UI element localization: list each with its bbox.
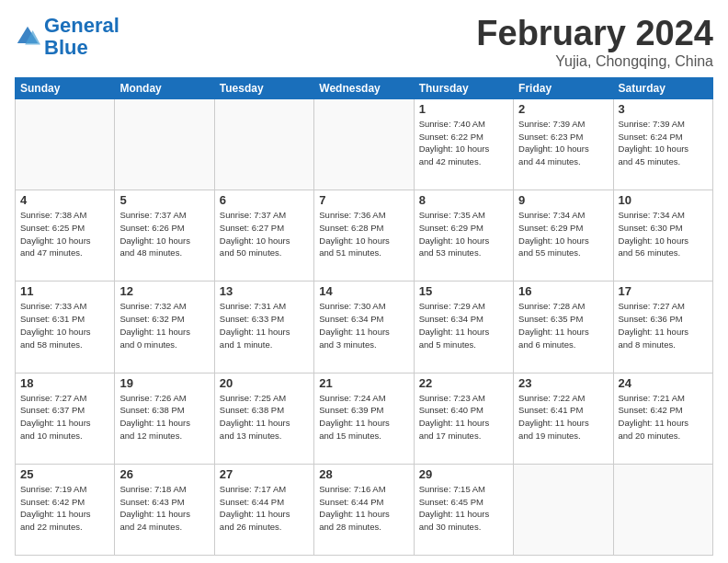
day-number: 10 [619, 193, 708, 207]
calendar-cell: 14Sunrise: 7:30 AM Sunset: 6:34 PM Dayli… [314, 282, 414, 373]
calendar-cell: 15Sunrise: 7:29 AM Sunset: 6:34 PM Dayli… [414, 282, 513, 373]
calendar-table: SundayMondayTuesdayWednesdayThursdayFrid… [15, 77, 713, 556]
day-number: 12 [119, 284, 209, 298]
day-number: 27 [220, 467, 309, 481]
day-number: 6 [220, 193, 309, 207]
calendar-cell: 2Sunrise: 7:39 AM Sunset: 6:23 PM Daylig… [514, 98, 613, 190]
weekday-header-tuesday: Tuesday [214, 77, 313, 98]
day-number: 23 [518, 376, 608, 390]
day-number: 28 [319, 467, 408, 481]
calendar-cell [314, 98, 414, 190]
calendar-cell: 1Sunrise: 7:40 AM Sunset: 6:22 PM Daylig… [414, 98, 513, 190]
day-number: 2 [518, 102, 608, 116]
calendar-week-2: 4Sunrise: 7:38 AM Sunset: 6:25 PM Daylig… [16, 190, 713, 282]
day-number: 11 [20, 284, 109, 298]
calendar-cell: 24Sunrise: 7:21 AM Sunset: 6:42 PM Dayli… [613, 373, 712, 464]
calendar-cell [613, 464, 712, 555]
weekday-header-friday: Friday [514, 77, 613, 98]
day-info: Sunrise: 7:21 AM Sunset: 6:42 PM Dayligh… [619, 392, 708, 442]
calendar-cell: 13Sunrise: 7:31 AM Sunset: 6:33 PM Dayli… [214, 282, 313, 373]
location-subtitle: Yujia, Chongqing, China [476, 53, 713, 70]
day-info: Sunrise: 7:29 AM Sunset: 6:34 PM Dayligh… [419, 300, 508, 350]
calendar-cell: 16Sunrise: 7:28 AM Sunset: 6:35 PM Dayli… [514, 282, 613, 373]
weekday-header-monday: Monday [115, 77, 214, 98]
day-info: Sunrise: 7:39 AM Sunset: 6:23 PM Dayligh… [518, 118, 608, 168]
calendar-cell [16, 98, 115, 190]
calendar-cell: 19Sunrise: 7:26 AM Sunset: 6:38 PM Dayli… [115, 373, 214, 464]
day-info: Sunrise: 7:22 AM Sunset: 6:41 PM Dayligh… [518, 392, 608, 442]
logo: General Blue [15, 15, 119, 59]
day-number: 5 [119, 193, 209, 207]
day-number: 8 [419, 193, 508, 207]
day-info: Sunrise: 7:23 AM Sunset: 6:40 PM Dayligh… [419, 392, 508, 442]
day-number: 3 [619, 102, 708, 116]
calendar-cell: 5Sunrise: 7:37 AM Sunset: 6:26 PM Daylig… [115, 190, 214, 282]
page: General Blue February 2024 Yujia, Chongq… [0, 0, 728, 563]
header: General Blue February 2024 Yujia, Chongq… [15, 15, 713, 70]
day-info: Sunrise: 7:18 AM Sunset: 6:43 PM Dayligh… [119, 483, 209, 534]
logo-blue: Blue [44, 36, 88, 59]
calendar-cell: 29Sunrise: 7:15 AM Sunset: 6:45 PM Dayli… [414, 464, 513, 555]
day-info: Sunrise: 7:19 AM Sunset: 6:42 PM Dayligh… [20, 483, 109, 534]
calendar-cell: 27Sunrise: 7:17 AM Sunset: 6:44 PM Dayli… [214, 464, 313, 555]
calendar-cell: 7Sunrise: 7:36 AM Sunset: 6:28 PM Daylig… [314, 190, 414, 282]
day-info: Sunrise: 7:33 AM Sunset: 6:31 PM Dayligh… [20, 300, 109, 350]
day-info: Sunrise: 7:39 AM Sunset: 6:24 PM Dayligh… [619, 118, 708, 168]
day-info: Sunrise: 7:37 AM Sunset: 6:27 PM Dayligh… [220, 209, 309, 259]
calendar-cell: 23Sunrise: 7:22 AM Sunset: 6:41 PM Dayli… [514, 373, 613, 464]
day-info: Sunrise: 7:15 AM Sunset: 6:45 PM Dayligh… [419, 483, 508, 534]
calendar-cell: 8Sunrise: 7:35 AM Sunset: 6:29 PM Daylig… [414, 190, 513, 282]
calendar-cell: 4Sunrise: 7:38 AM Sunset: 6:25 PM Daylig… [16, 190, 115, 282]
day-number: 21 [319, 376, 408, 390]
weekday-header-row: SundayMondayTuesdayWednesdayThursdayFrid… [16, 77, 713, 98]
calendar-cell: 22Sunrise: 7:23 AM Sunset: 6:40 PM Dayli… [414, 373, 513, 464]
day-info: Sunrise: 7:34 AM Sunset: 6:29 PM Dayligh… [518, 209, 608, 259]
day-info: Sunrise: 7:25 AM Sunset: 6:38 PM Dayligh… [220, 392, 309, 442]
calendar-cell: 17Sunrise: 7:27 AM Sunset: 6:36 PM Dayli… [613, 282, 712, 373]
day-number: 7 [319, 193, 408, 207]
day-info: Sunrise: 7:24 AM Sunset: 6:39 PM Dayligh… [319, 392, 408, 442]
day-number: 17 [619, 284, 708, 298]
weekday-header-thursday: Thursday [414, 77, 513, 98]
calendar-cell: 28Sunrise: 7:16 AM Sunset: 6:44 PM Dayli… [314, 464, 414, 555]
day-number: 29 [419, 467, 508, 481]
month-title: February 2024 [476, 15, 713, 53]
calendar-cell [514, 464, 613, 555]
day-info: Sunrise: 7:35 AM Sunset: 6:29 PM Dayligh… [419, 209, 508, 259]
calendar-week-1: 1Sunrise: 7:40 AM Sunset: 6:22 PM Daylig… [16, 98, 713, 190]
calendar-cell: 18Sunrise: 7:27 AM Sunset: 6:37 PM Dayli… [16, 373, 115, 464]
calendar-cell: 21Sunrise: 7:24 AM Sunset: 6:39 PM Dayli… [314, 373, 414, 464]
weekday-header-saturday: Saturday [613, 77, 712, 98]
calendar-week-5: 25Sunrise: 7:19 AM Sunset: 6:42 PM Dayli… [16, 464, 713, 555]
logo-general: General [44, 14, 119, 37]
day-info: Sunrise: 7:27 AM Sunset: 6:36 PM Dayligh… [619, 300, 708, 350]
calendar-cell: 25Sunrise: 7:19 AM Sunset: 6:42 PM Dayli… [16, 464, 115, 555]
day-number: 25 [20, 467, 109, 481]
day-number: 22 [419, 376, 508, 390]
calendar-cell: 11Sunrise: 7:33 AM Sunset: 6:31 PM Dayli… [16, 282, 115, 373]
calendar-cell: 20Sunrise: 7:25 AM Sunset: 6:38 PM Dayli… [214, 373, 313, 464]
calendar-week-3: 11Sunrise: 7:33 AM Sunset: 6:31 PM Dayli… [16, 282, 713, 373]
calendar-cell [214, 98, 313, 190]
calendar-cell [115, 98, 214, 190]
day-number: 1 [419, 102, 508, 116]
day-number: 16 [518, 284, 608, 298]
day-number: 13 [220, 284, 309, 298]
calendar-cell: 12Sunrise: 7:32 AM Sunset: 6:32 PM Dayli… [115, 282, 214, 373]
day-info: Sunrise: 7:36 AM Sunset: 6:28 PM Dayligh… [319, 209, 408, 259]
day-info: Sunrise: 7:38 AM Sunset: 6:25 PM Dayligh… [20, 209, 109, 259]
calendar-cell: 10Sunrise: 7:34 AM Sunset: 6:30 PM Dayli… [613, 190, 712, 282]
day-info: Sunrise: 7:32 AM Sunset: 6:32 PM Dayligh… [119, 300, 209, 350]
logo-icon [15, 24, 40, 50]
day-info: Sunrise: 7:37 AM Sunset: 6:26 PM Dayligh… [119, 209, 209, 259]
day-info: Sunrise: 7:17 AM Sunset: 6:44 PM Dayligh… [220, 483, 309, 534]
day-number: 20 [220, 376, 309, 390]
day-number: 18 [20, 376, 109, 390]
day-number: 24 [619, 376, 708, 390]
day-info: Sunrise: 7:40 AM Sunset: 6:22 PM Dayligh… [419, 118, 508, 168]
day-info: Sunrise: 7:30 AM Sunset: 6:34 PM Dayligh… [319, 300, 408, 350]
logo-text: General Blue [44, 15, 119, 59]
day-info: Sunrise: 7:31 AM Sunset: 6:33 PM Dayligh… [220, 300, 309, 350]
day-number: 19 [119, 376, 209, 390]
calendar-cell: 6Sunrise: 7:37 AM Sunset: 6:27 PM Daylig… [214, 190, 313, 282]
